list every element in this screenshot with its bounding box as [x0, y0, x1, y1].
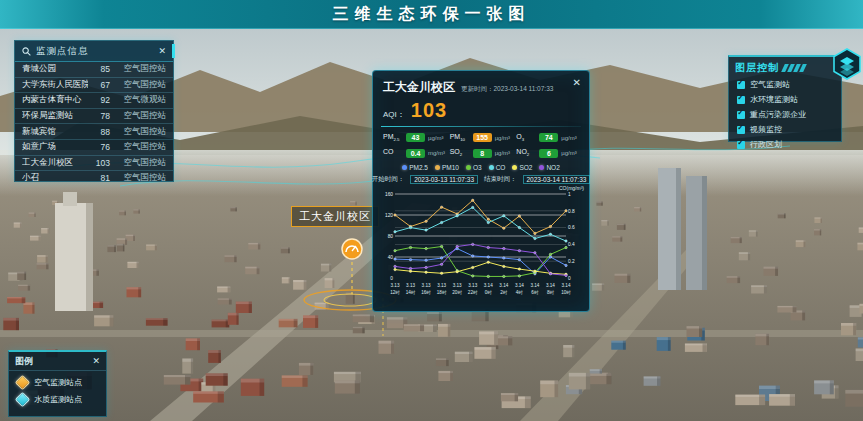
svg-text:10时: 10时 [561, 289, 571, 294]
pollutant-name: PM2.5 [383, 133, 403, 142]
layer-label: 空气监测站 [750, 79, 790, 90]
station-row[interactable]: 青城公园 85 空气国控站 [15, 62, 173, 78]
pollutant-grid: PM2.5 43 µg/m³ PM10 155 µg/m³ O3 74 µg/m… [373, 127, 589, 160]
legend-item[interactable]: 水质监测站点 [9, 388, 106, 405]
svg-text:3.14: 3.14 [515, 283, 524, 288]
app-window: 工大金川校区 三维生态环保一张图 监测点信息 ✕ 青城公园 85 空气国控站 大… [0, 0, 863, 421]
station-type: 空气国控站 [114, 126, 166, 138]
pollutant-unit: µg/m³ [495, 135, 510, 141]
chart-legend-item[interactable]: NO2 [539, 164, 559, 171]
start-time-picker[interactable]: 2023-03-13 11:07:33 [410, 175, 478, 184]
station-name: 环保局监测站 [22, 110, 88, 122]
svg-text:CO(mg/m³): CO(mg/m³) [559, 185, 584, 191]
start-time-label: 开始时间： [372, 175, 405, 184]
chart-legend-item[interactable]: O3 [466, 164, 482, 171]
legend-header: 图例 ✕ [9, 352, 106, 371]
close-icon[interactable]: ✕ [158, 47, 166, 56]
station-row[interactable]: 工大金川校区 103 空气国控站 [15, 156, 173, 172]
station-aqi: 103 [92, 158, 110, 168]
station-row[interactable]: 环保局监测站 78 空气国控站 [15, 109, 173, 125]
station-name: 新城宾馆 [22, 126, 88, 138]
close-icon[interactable]: ✕ [92, 357, 100, 366]
pollutant-value-badge: 6 [539, 149, 558, 158]
poi-label[interactable]: 工大金川校区 [291, 206, 379, 227]
pollutant-value-badge: 8 [473, 149, 492, 158]
pollutant-cell: NO2 6 µg/m³ [516, 148, 581, 157]
popup-title: 工大金川校区 [383, 79, 455, 96]
chart-legend: PM2.5PM10O3COSO2NO2 [373, 160, 589, 172]
station-row[interactable]: 新城宾馆 88 空气国控站 [15, 124, 173, 140]
checkbox-checked-icon[interactable] [737, 141, 745, 149]
time-range-row: 开始时间： 2023-03-13 11:07:33 结束时间： 2023-03-… [373, 172, 589, 185]
end-time-picker[interactable]: 2023-03-14 11:07:33 [523, 175, 591, 184]
pollutant-unit: µg/m³ [428, 135, 443, 141]
pollutant-name: CO [383, 148, 403, 157]
chart-legend-item[interactable]: PM2.5 [402, 164, 428, 171]
pollutant-name: NO2 [516, 148, 536, 157]
pollutant-cell: SO2 8 µg/m³ [450, 148, 515, 157]
layer-item[interactable]: 行政区划 [729, 137, 841, 152]
end-time-label: 结束时间： [484, 175, 517, 184]
checkbox-checked-icon[interactable] [737, 96, 745, 104]
station-panel-header: 监测点信息 ✕ [15, 41, 173, 62]
panel-accent [172, 44, 175, 58]
station-list-panel: 监测点信息 ✕ 青城公园 85 空气国控站 大学东街人民医院 67 空气国控站 … [14, 40, 174, 182]
pollutant-unit: µg/m³ [561, 150, 576, 156]
checkbox-checked-icon[interactable] [737, 111, 745, 119]
station-row[interactable]: 小召 81 空气国控站 [15, 171, 173, 186]
pollutant-cell: PM10 155 µg/m³ [450, 133, 515, 142]
layer-label: 重点污染源企业 [750, 109, 806, 120]
update-time: 更新时间：2023-03-14 11:07:33 [461, 85, 553, 94]
station-name: 青城公园 [22, 63, 88, 75]
svg-text:3.13: 3.13 [422, 283, 431, 288]
close-icon[interactable]: ✕ [573, 78, 581, 88]
layer-item[interactable]: 重点污染源企业 [729, 107, 841, 122]
station-row[interactable]: 内蒙古体育中心 92 空气微观站 [15, 93, 173, 109]
svg-text:3.14: 3.14 [484, 283, 493, 288]
pollutant-value-badge: 74 [539, 133, 558, 142]
app-header: 三维生态环保一张图 [0, 0, 863, 29]
station-aqi: 76 [92, 142, 110, 152]
stripes-decoration [783, 64, 805, 72]
svg-text:3.13: 3.13 [437, 283, 446, 288]
svg-text:1: 1 [568, 191, 571, 196]
pollutant-value-badge: 43 [406, 133, 425, 142]
layer-control-panel: 图层控制 空气监测站 水环境监测站 重点污染源企业 视频监控 行政区划 [728, 55, 842, 142]
station-aqi: 78 [92, 111, 110, 121]
chart-legend-item[interactable]: PM10 [435, 164, 459, 171]
aqi-label: AQI： [383, 109, 405, 120]
pollutant-cell: O3 74 µg/m³ [516, 133, 581, 142]
page-title: 三维生态环保一张图 [333, 4, 531, 25]
layer-item[interactable]: 空气监测站 [729, 77, 841, 92]
svg-text:3.13: 3.13 [391, 283, 400, 288]
layer-item[interactable]: 视频监控 [729, 122, 841, 137]
pollutant-trend-chart: 0408012016000.20.40.60.81CO(mg/m³)3.1312… [377, 185, 585, 299]
chart-legend-item[interactable]: SO2 [512, 164, 532, 171]
svg-text:4时: 4时 [516, 289, 524, 294]
legend-item[interactable]: 空气监测站点 [9, 371, 106, 388]
legend-item-label: 水质监测站点 [34, 394, 82, 405]
svg-text:160: 160 [385, 191, 393, 196]
station-aqi: 67 [92, 80, 110, 90]
station-row[interactable]: 大学东街人民医院 67 空气国控站 [15, 78, 173, 94]
chart-legend-item[interactable]: CO [489, 164, 506, 171]
pollutant-unit: µg/m³ [561, 135, 576, 141]
svg-text:3.14: 3.14 [530, 283, 539, 288]
station-row[interactable]: 如意广场 76 空气国控站 [15, 140, 173, 156]
station-aqi: 85 [92, 64, 110, 74]
series-color-dot [435, 165, 440, 170]
checkbox-checked-icon[interactable] [737, 81, 745, 89]
svg-text:3.14: 3.14 [499, 283, 508, 288]
svg-text:0: 0 [390, 275, 393, 280]
popup-header: 工大金川校区 更新时间：2023-03-14 11:07:33 ✕ [373, 71, 589, 98]
pollutant-name: SO2 [450, 148, 470, 157]
layer-item[interactable]: 水环境监测站 [729, 92, 841, 107]
station-panel-title: 监测点信息 [36, 45, 153, 58]
svg-text:0.6: 0.6 [568, 225, 575, 230]
svg-text:14时: 14时 [406, 289, 416, 294]
station-name: 工大金川校区 [22, 157, 88, 169]
svg-text:40: 40 [388, 254, 394, 259]
checkbox-checked-icon[interactable] [737, 126, 745, 134]
station-type: 空气国控站 [114, 63, 166, 75]
layers-hexagon-button[interactable] [832, 48, 862, 80]
